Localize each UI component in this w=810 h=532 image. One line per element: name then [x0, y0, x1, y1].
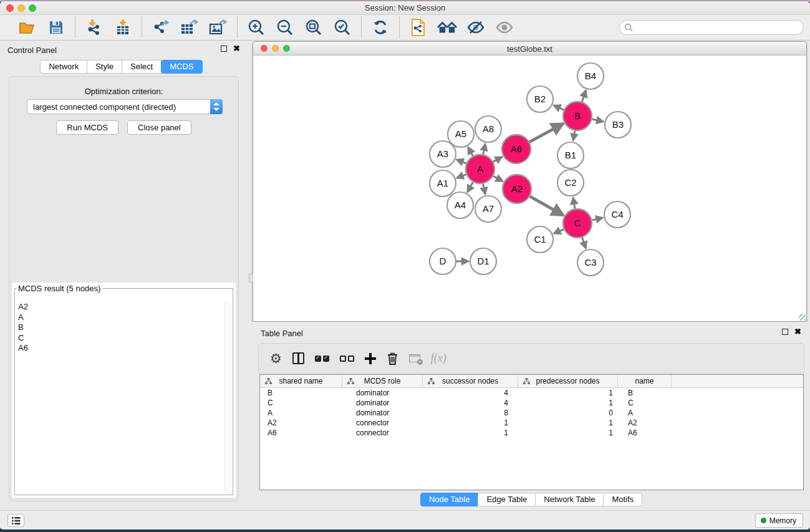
edge-B-B2[interactable]: [554, 105, 564, 110]
node-A3[interactable]: A3: [430, 141, 456, 167]
result-item[interactable]: A2: [16, 302, 224, 312]
clone-network-icon[interactable]: [408, 17, 428, 37]
zoom-in-icon[interactable]: [246, 17, 266, 37]
result-scrollbar[interactable]: [224, 302, 232, 494]
result-item[interactable]: B: [16, 322, 224, 333]
select-all-icon[interactable]: [315, 355, 329, 362]
node-C4[interactable]: C4: [604, 201, 630, 228]
close-panel-icon[interactable]: ✖: [233, 46, 240, 52]
window-titlebar[interactable]: Session: New Session: [0, 1, 810, 15]
close-panel-button[interactable]: Close panel: [127, 120, 191, 135]
tab-node-table[interactable]: Node Table: [420, 493, 479, 506]
table-row[interactable]: A6connector11A6: [260, 428, 803, 438]
edge-A-A5[interactable]: [468, 147, 473, 156]
result-item[interactable]: C: [16, 333, 224, 344]
table-row[interactable]: Bdominator41B: [260, 388, 803, 398]
edge-B-B3[interactable]: [592, 119, 603, 122]
function-icon[interactable]: f(x): [431, 352, 446, 365]
node-A2[interactable]: A2: [503, 175, 531, 203]
edge-A6-B[interactable]: [529, 123, 563, 142]
edge-A-A2[interactable]: [493, 176, 503, 181]
tab-edge-table[interactable]: Edge Table: [478, 493, 536, 506]
node-D[interactable]: D: [430, 248, 456, 274]
edge-A-A8[interactable]: [483, 144, 485, 155]
node-C[interactable]: C: [563, 209, 592, 238]
table-row[interactable]: Adominator80A: [260, 408, 803, 418]
node-D1[interactable]: D1: [470, 248, 496, 274]
float-table-panel-icon[interactable]: [782, 329, 788, 335]
import-network-icon[interactable]: [84, 17, 104, 37]
column-header-predecessor-nodes[interactable]: predecessor nodes: [518, 375, 618, 387]
run-mcds-button[interactable]: Run MCDS: [56, 120, 118, 135]
open-session-icon[interactable]: [17, 17, 37, 37]
edge-C-C2[interactable]: [573, 198, 575, 209]
tab-style[interactable]: Style: [87, 60, 122, 74]
export-network-icon[interactable]: [151, 17, 171, 37]
add-column-icon[interactable]: [365, 353, 376, 364]
node-B4[interactable]: B4: [577, 63, 604, 89]
import-table-icon[interactable]: [113, 17, 133, 37]
table-row[interactable]: Cdominator41C: [260, 398, 803, 408]
edge-B-B4[interactable]: [582, 90, 586, 102]
node-A5[interactable]: A5: [448, 121, 474, 147]
node-C2[interactable]: C2: [557, 170, 584, 196]
column-header-shared-name[interactable]: shared name: [260, 375, 342, 387]
combo-stepper-icon[interactable]: [210, 99, 223, 114]
search-input[interactable]: [619, 20, 804, 35]
node-B[interactable]: B: [563, 102, 592, 130]
node-B3[interactable]: B3: [605, 112, 631, 138]
column-header-successor-nodes[interactable]: successor nodes: [423, 375, 518, 387]
zoom-out-icon[interactable]: [275, 17, 295, 37]
tab-network[interactable]: Network: [40, 60, 87, 74]
delete-table-icon[interactable]: [409, 354, 420, 362]
tab-motifs[interactable]: Motifs: [603, 493, 642, 506]
column-icon[interactable]: [292, 352, 304, 364]
edge-A-A6[interactable]: [493, 157, 502, 162]
edge-A-A1[interactable]: [456, 175, 466, 178]
export-table-icon[interactable]: [180, 17, 200, 37]
delete-icon[interactable]: [387, 352, 398, 365]
node-C3[interactable]: C3: [577, 249, 604, 276]
edge-B-B1[interactable]: [573, 131, 575, 141]
zoom-fit-icon[interactable]: [304, 17, 324, 37]
node-C1[interactable]: C1: [527, 226, 553, 253]
node-A[interactable]: A: [466, 155, 494, 183]
resize-grip-icon[interactable]: [799, 314, 806, 321]
optimization-criterion-select[interactable]: largest connected component (directed): [27, 99, 223, 114]
node-B2[interactable]: B2: [527, 86, 553, 112]
network-canvas[interactable]: B4B2BB3A8A5A6A3B1AA1C2A2A4A7C4CC1DD1C3: [253, 56, 806, 321]
close-table-panel-icon[interactable]: ✖: [794, 329, 801, 335]
tab-select[interactable]: Select: [122, 60, 162, 74]
home-icon[interactable]: [437, 17, 457, 37]
hide-panels-icon[interactable]: [466, 17, 486, 37]
node-B1[interactable]: B1: [557, 142, 584, 168]
node-A7[interactable]: A7: [475, 196, 501, 222]
result-item[interactable]: A6: [16, 343, 224, 354]
tab-network-table[interactable]: Network Table: [535, 493, 604, 506]
table-row[interactable]: A2connector11A2: [260, 418, 803, 428]
column-header-name[interactable]: name: [618, 375, 672, 387]
edge-A-A4[interactable]: [468, 182, 473, 192]
zoom-selected-icon[interactable]: [332, 17, 352, 37]
column-header-MCDS-role[interactable]: MCDS role: [342, 375, 423, 387]
memory-button[interactable]: Memory: [755, 513, 803, 528]
node-A1[interactable]: A1: [430, 170, 456, 196]
edge-C-C4[interactable]: [592, 218, 602, 220]
float-panel-icon[interactable]: [221, 46, 227, 52]
panel-splitter-handle[interactable]: [249, 274, 253, 283]
edge-C-C3[interactable]: [582, 238, 586, 248]
deselect-all-icon[interactable]: [340, 355, 354, 362]
result-item[interactable]: A: [16, 312, 224, 323]
network-window-titlebar[interactable]: testGlobe.txt: [253, 42, 806, 56]
node-A8[interactable]: A8: [475, 116, 501, 142]
node-A6[interactable]: A6: [502, 135, 531, 163]
tab-mcds[interactable]: MCDS: [161, 60, 202, 74]
edge-A-A3[interactable]: [456, 160, 466, 163]
show-panel-icon[interactable]: [494, 17, 514, 37]
mcds-result-list[interactable]: A2ABCA6: [16, 302, 224, 494]
gear-icon[interactable]: ⚙: [270, 351, 282, 366]
edge-A-A7[interactable]: [483, 184, 485, 195]
export-image-icon[interactable]: [208, 17, 228, 37]
node-A4[interactable]: A4: [447, 192, 473, 218]
edge-C-C1[interactable]: [554, 230, 564, 234]
